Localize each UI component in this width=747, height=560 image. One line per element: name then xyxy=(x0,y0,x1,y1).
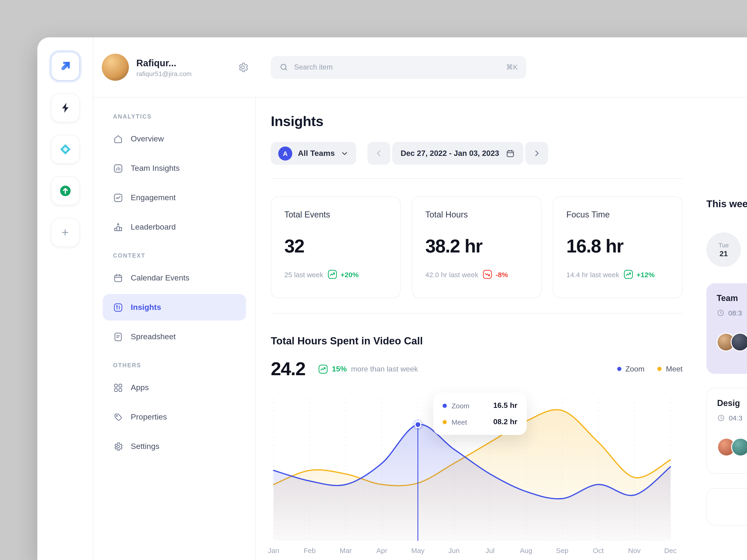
tooltip-series-value: 16.5 hr xyxy=(493,401,517,410)
keyboard-shortcut: ⌘K xyxy=(506,63,518,72)
sidebar-item-label: Calendar Events xyxy=(131,273,189,283)
day-selector[interactable]: Tue 21 xyxy=(706,232,741,267)
x-axis-label: Jul xyxy=(486,546,494,554)
sidebar-item-label: Insights xyxy=(131,303,161,312)
stat-card-title: Focus Time xyxy=(566,210,669,220)
avatar xyxy=(731,333,747,351)
gear-icon xyxy=(237,61,249,73)
workspace-work-management-button[interactable] xyxy=(51,93,80,122)
date-next-button[interactable] xyxy=(525,142,548,165)
event-card[interactable]: Desig 04:3 xyxy=(706,388,747,474)
video-call-chart[interactable]: Zoom 16.5 hr Meet 08.2 hr JanFebMarAprMa… xyxy=(271,395,682,557)
avatar xyxy=(731,438,747,456)
x-axis-label: May xyxy=(411,546,424,554)
sidebar-item-settings[interactable]: Settings xyxy=(103,433,246,460)
meet-dot xyxy=(443,420,447,424)
this-week-panel: This week Tue 21 Team 08:3 xyxy=(706,98,747,560)
search-icon xyxy=(279,62,288,72)
stat-last-week: 14.4 hr last week xyxy=(566,270,619,278)
sidebar-item-team-insights[interactable]: Team Insights xyxy=(103,155,246,182)
this-week-title: This week xyxy=(706,198,747,210)
event-title: Team xyxy=(717,294,747,303)
app-window: + Rafiqur... rafiqur51@jira.com xyxy=(37,37,747,560)
plus-icon: + xyxy=(61,226,69,238)
stat-card-value: 32 xyxy=(284,236,387,257)
software-diamond-icon xyxy=(58,142,72,156)
event-attendees xyxy=(717,438,747,456)
search-bar[interactable]: ⌘K xyxy=(271,56,526,79)
team-filter-dropdown[interactable]: A All Teams xyxy=(271,142,356,165)
stat-delta: -8% xyxy=(496,270,508,278)
event-attendees xyxy=(717,333,747,351)
legend-item-zoom[interactable]: Zoom xyxy=(617,365,645,373)
x-axis-label: Mar xyxy=(340,546,352,554)
chevron-left-icon xyxy=(375,149,383,158)
x-axis-label: Jun xyxy=(448,546,460,554)
sidebar-item-spreadsheet[interactable]: Spreadsheet xyxy=(103,323,246,350)
sidebar-item-label: Apps xyxy=(131,383,149,392)
x-axis-labels: JanFebMarAprMayJunJulAugSepOctNovDec xyxy=(271,541,682,557)
sidebar-item-leaderboard[interactable]: Leaderboard xyxy=(103,214,246,240)
stat-card-title: Total Hours xyxy=(425,210,528,220)
x-axis-label: Jan xyxy=(268,546,279,554)
trend-up-badge: +12% xyxy=(624,270,655,279)
jira-insight-icon xyxy=(58,59,72,73)
user-block[interactable]: Rafiqur... rafiqur51@jira.com xyxy=(93,54,256,81)
divider xyxy=(271,178,682,179)
workspace-jira-insight-button[interactable] xyxy=(51,52,80,81)
x-axis-label: Aug xyxy=(520,546,532,554)
stat-last-week: 25 last week xyxy=(284,270,323,278)
legend-label: Meet xyxy=(666,365,682,373)
search-input[interactable] xyxy=(294,63,500,72)
chart-tooltip: Zoom 16.5 hr Meet 08.2 hr xyxy=(433,393,526,435)
video-call-total: 24.2 xyxy=(271,358,305,379)
event-card-empty[interactable] xyxy=(706,488,747,526)
nav-section-others: OTHERS Apps xyxy=(103,362,246,460)
stat-card-focus-time: Focus Time 16.8 hr 14.4 hr last week xyxy=(553,196,682,298)
section-label: CONTEXT xyxy=(103,252,246,259)
profile-settings-button[interactable] xyxy=(236,61,249,74)
date-range-picker[interactable]: Dec 27, 2022 - Jan 03, 2023 xyxy=(392,142,523,165)
sidebar-item-insights[interactable]: Insights xyxy=(103,294,246,321)
sidebar-item-properties[interactable]: Properties xyxy=(103,404,246,430)
nav-section-context: CONTEXT Calendar Events xyxy=(103,252,246,350)
sidebar-item-overview[interactable]: Overview xyxy=(103,126,246,152)
add-workspace-button[interactable]: + xyxy=(51,218,80,247)
team-filter-label: All Teams xyxy=(298,149,335,158)
user-email: rafiqur51@jira.com xyxy=(136,70,229,77)
zoom-dot xyxy=(617,367,621,371)
team-avatar-badge: A xyxy=(278,146,292,160)
sidebar-item-label: Settings xyxy=(131,442,159,451)
event-card[interactable]: Team 08:3 xyxy=(706,283,747,374)
day-weekday: Tue xyxy=(719,241,729,248)
launch-icon xyxy=(58,184,72,198)
sidebar-item-label: Leaderboard xyxy=(131,222,176,232)
sidebar-item-apps[interactable]: Apps xyxy=(103,374,246,401)
topbar: Rafiqur... rafiqur51@jira.com xyxy=(93,37,747,98)
filters-row: A All Teams Dec 27, 2022 - Jan 03, 2023 xyxy=(271,142,682,165)
trend-up-icon xyxy=(328,270,337,279)
legend-item-meet[interactable]: Meet xyxy=(658,365,682,373)
sidebar-item-engagement[interactable]: Engagement xyxy=(103,184,246,211)
date-prev-button[interactable] xyxy=(367,142,390,165)
x-axis-label: Nov xyxy=(628,546,641,554)
chevron-down-icon xyxy=(340,149,349,158)
trend-up-badge xyxy=(318,364,328,374)
x-axis-label: Dec xyxy=(664,546,676,554)
chevron-right-icon xyxy=(532,149,541,158)
main-content: Insights A All Teams Dec 27, xyxy=(256,98,706,560)
user-avatar[interactable] xyxy=(102,54,129,81)
x-axis-label: Apr xyxy=(376,546,387,554)
sidebar-item-label: Spreadsheet xyxy=(131,332,176,341)
tooltip-series-value: 08.2 hr xyxy=(493,418,517,426)
section-label: OTHERS xyxy=(103,362,246,369)
sidebar-item-calendar-events[interactable]: Calendar Events xyxy=(103,265,246,291)
workspace-launch-button[interactable] xyxy=(51,177,80,205)
meet-dot xyxy=(658,367,662,371)
shell: Rafiqur... rafiqur51@jira.com xyxy=(93,37,747,560)
sidebar-item-label: Team Insights xyxy=(131,164,180,173)
x-axis-label: Feb xyxy=(304,546,316,554)
stat-card-title: Total Events xyxy=(284,210,387,220)
stat-delta: +20% xyxy=(341,270,359,278)
workspace-software-button[interactable] xyxy=(51,135,80,164)
